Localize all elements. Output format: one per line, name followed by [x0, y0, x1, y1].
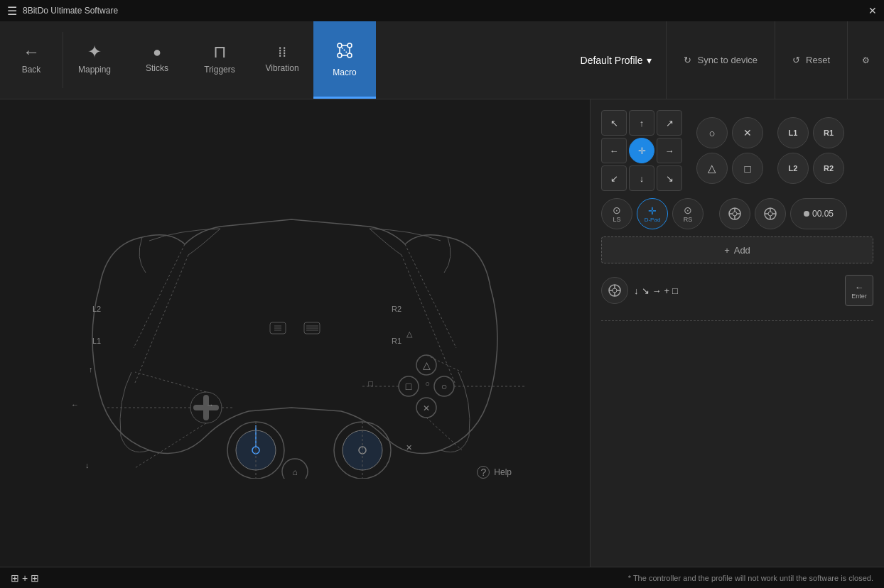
- enter-key-block: ← Enter: [845, 275, 873, 306]
- titlebar: ☰ 8BitDo Ultimate Software ✕: [0, 0, 884, 21]
- timer-value: 00.05: [812, 209, 834, 219]
- square-btn[interactable]: □: [732, 153, 763, 184]
- back-icon: ←: [23, 43, 40, 60]
- sync-icon: ↻: [684, 55, 691, 65]
- right-panel: ↖ ↑ ↗ ← ✛ → ↙ ↓ ↘ ○ ✕ △ □ L1: [590, 99, 884, 567]
- r1-btn[interactable]: R1: [813, 117, 844, 148]
- circle-label: ○: [425, 379, 430, 388]
- vibration-icon: ⁞⁞: [278, 45, 286, 59]
- r2-btn[interactable]: R2: [813, 153, 844, 184]
- down-label: ↓: [85, 461, 90, 469]
- nav-sticks[interactable]: ● Sticks: [126, 21, 188, 99]
- nav-back-label: Back: [22, 65, 41, 75]
- add-button[interactable]: + Add: [601, 236, 873, 263]
- l2-label: L2: [92, 305, 101, 313]
- svg-point-3: [347, 53, 352, 58]
- svg-text:✕: ✕: [423, 403, 430, 413]
- gear-icon: ⚙: [862, 55, 870, 65]
- backspace-icon: ←: [855, 282, 864, 293]
- reset-label: Reset: [806, 55, 830, 65]
- right-label: →: [206, 401, 214, 409]
- nav-triggers[interactable]: ⊓ Triggers: [188, 21, 251, 99]
- nav-macro[interactable]: Macro: [313, 21, 376, 99]
- rs-label: RS: [684, 216, 693, 223]
- dpad-face-row: ↖ ↑ ↗ ← ✛ → ↙ ↓ ↘ ○ ✕ △ □ L1: [601, 110, 873, 191]
- dpad-center[interactable]: ✛: [629, 138, 654, 163]
- svg-point-2: [338, 53, 342, 58]
- triangle-btn[interactable]: △: [696, 153, 728, 184]
- sync-button[interactable]: ↻ Sync to device: [666, 21, 775, 99]
- dpad-sw[interactable]: ↙: [601, 165, 627, 191]
- status-icons: ⊞ + ⊞: [11, 572, 39, 584]
- svg-line-8: [342, 48, 347, 53]
- l2-btn[interactable]: L2: [777, 153, 809, 184]
- dpad-w[interactable]: ←: [601, 138, 627, 163]
- up-label: ↑: [89, 365, 93, 374]
- svg-text:□: □: [406, 381, 412, 392]
- svg-line-47: [426, 418, 462, 450]
- svg-point-64: [613, 288, 617, 293]
- timer-button[interactable]: 00.05: [790, 198, 847, 229]
- svg-line-38: [405, 244, 456, 348]
- macro-sequence-text: ↓ ↘ → + □: [634, 285, 678, 296]
- nav-vibration[interactable]: ⁞⁞ Vibration: [251, 21, 313, 99]
- dpad-nw[interactable]: ↖: [601, 110, 627, 136]
- l1-btn[interactable]: L1: [777, 117, 809, 148]
- dpad-ne[interactable]: ↗: [657, 110, 682, 136]
- macro-sequence-row: ↓ ↘ → + □ ← Enter: [601, 271, 873, 310]
- macro-trigger-icon[interactable]: [601, 277, 628, 304]
- rs-macro-btn[interactable]: [755, 198, 786, 229]
- status-icon-1: ⊞: [11, 572, 19, 584]
- dpad-s[interactable]: ↓: [629, 165, 654, 191]
- nav-mapping[interactable]: ✦ Mapping: [63, 21, 126, 99]
- profile-selector[interactable]: Default Profile ▾: [566, 49, 667, 72]
- svg-text:⌂: ⌂: [292, 467, 297, 477]
- dpad-grid: ↖ ↑ ↗ ← ✛ → ↙ ↓ ↘: [601, 110, 682, 191]
- rs-icon: ⊙: [684, 205, 692, 216]
- plus-icon: +: [724, 245, 730, 256]
- sequence-arrow2: ↘: [642, 285, 649, 296]
- controller-diagram: △ ○ ✕ □ ⌂: [64, 173, 526, 493]
- r2-label: R2: [392, 305, 401, 313]
- square-label: □: [368, 379, 373, 388]
- svg-point-1: [347, 43, 352, 48]
- sequence-plus: +: [664, 285, 670, 296]
- reset-button[interactable]: ↺ Reset: [775, 21, 847, 99]
- shoulder-buttons-grid: L1 R1 L2 R2: [777, 117, 844, 184]
- dpad-se[interactable]: ↘: [657, 165, 682, 191]
- reset-icon: ↺: [792, 55, 800, 65]
- settings-button[interactable]: ⚙: [847, 21, 884, 99]
- sequence-square: □: [672, 285, 678, 296]
- rs-btn[interactable]: ⊙ RS: [672, 198, 704, 229]
- close-button[interactable]: ✕: [868, 5, 877, 16]
- ls-btn[interactable]: ⊙ LS: [601, 198, 632, 229]
- nav-triggers-label: Triggers: [204, 65, 235, 75]
- circle-btn[interactable]: ○: [696, 117, 728, 148]
- triggers-icon: ⊓: [213, 43, 227, 60]
- svg-line-37: [134, 244, 185, 348]
- svg-text:△: △: [423, 359, 431, 371]
- chevron-down-icon: ▾: [647, 55, 652, 66]
- svg-point-52: [733, 212, 737, 216]
- status-add-icon[interactable]: +: [22, 572, 28, 584]
- controller-svg: △ ○ ✕ □ ⌂: [64, 173, 526, 479]
- actionbar: Default Profile ▾ ↻ Sync to device ↺ Res…: [376, 21, 884, 99]
- titlebar-title: 8BitDo Ultimate Software: [23, 6, 118, 16]
- svg-line-43: [135, 423, 206, 468]
- dpad-selector-label: D-Pad: [645, 217, 661, 223]
- app-menu-icon[interactable]: ☰: [7, 4, 17, 18]
- dpad-e[interactable]: →: [657, 138, 682, 163]
- nav-back[interactable]: ← Back: [0, 21, 63, 99]
- ls-macro-btn[interactable]: [719, 198, 750, 229]
- add-label: Add: [734, 245, 750, 256]
- help-button[interactable]: ? Help: [477, 466, 512, 479]
- cross-label: ✕: [406, 443, 412, 452]
- svg-point-0: [338, 43, 342, 48]
- svg-line-41: [135, 372, 206, 392]
- cross-btn[interactable]: ✕: [732, 117, 763, 148]
- dpad-btn-selector[interactable]: ✛ D-Pad: [637, 198, 668, 229]
- status-message: * The controller and the profile will no…: [628, 574, 873, 582]
- r1-label: R1: [392, 337, 401, 345]
- main-content: △ ○ ✕ □ ⌂: [0, 99, 884, 567]
- dpad-n[interactable]: ↑: [629, 110, 654, 136]
